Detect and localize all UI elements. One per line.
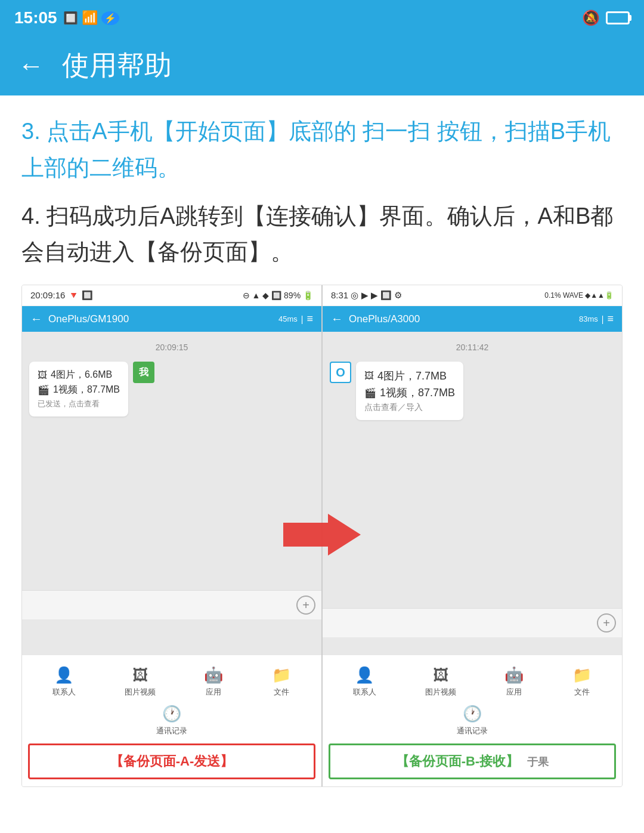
history-icon: 🕐 bbox=[162, 705, 181, 723]
phone-b-status-bar: 8:31 ◎ ▶ ▶ 🔲 ⚙ 0.1% WAVE ◆▲▲🔋 bbox=[323, 285, 622, 306]
phone-a-separator: | bbox=[301, 314, 304, 324]
phone-a-title: OnePlus/GM1900 bbox=[48, 313, 129, 325]
history-label: 通讯记录 bbox=[156, 726, 187, 736]
phone-b-action-row-2: 🕐 通讯记录 bbox=[323, 701, 622, 740]
phone-a-plus-button[interactable]: + bbox=[296, 596, 315, 615]
phone-a-ms: 45ms bbox=[278, 314, 298, 323]
phone-a-file1: 🖼 4图片，6.6MB bbox=[38, 369, 120, 381]
phone-a-time: 20:09:16 🔻 🔲 bbox=[30, 290, 93, 301]
phone-a-nav-right: 45ms | ≡ bbox=[278, 313, 313, 325]
phone-a-file2-label: 1视频，87.7MB bbox=[53, 384, 120, 396]
phone-b-receive-row: O 🖼 4图片，7.7MB 🎬 1视频，87.7MB 点击查看／导入 bbox=[330, 362, 615, 420]
phone-a-spacer bbox=[22, 619, 321, 655]
phone-a-file2: 🎬 1视频，87.7MB bbox=[38, 384, 120, 396]
phone-b-input-area: + bbox=[323, 608, 622, 637]
step3-highlight: 3. 点击A手机【开始页面】底部的 扫一扫 按钮，扫描B手机上部的二维码。 bbox=[21, 119, 611, 180]
phone-b-status-icons: 0.1% WAVE ◆▲▲🔋 bbox=[544, 291, 614, 300]
phone-b-history[interactable]: 🕐 通讯记录 bbox=[457, 705, 488, 736]
phone-a-message: 🖼 4图片，6.6MB 🎬 1视频，87.7MB 已发送，点击查看 我 bbox=[29, 362, 314, 416]
photos-icon: 🖼 bbox=[132, 666, 148, 684]
phone-a-menu-icon: ≡ bbox=[306, 313, 313, 325]
phone-b-history-icon: 🕐 bbox=[463, 705, 482, 723]
apps-icon: 🤖 bbox=[204, 666, 223, 684]
phone-a-photos[interactable]: 🖼 图片视频 bbox=[125, 666, 156, 698]
wifi-icon: 📶 bbox=[82, 10, 98, 26]
status-left: 15:05 🔲 📶 ⚡ bbox=[14, 8, 119, 27]
phone-a-file1-label: 4图片，6.6MB bbox=[51, 369, 112, 381]
phone-b-separator: | bbox=[602, 314, 604, 324]
phone-a-timestamp: 20:09:15 bbox=[29, 343, 314, 352]
instruction-step4: 4. 扫码成功后A跳转到【连接确认】界面。确认后，A和B都会自动进入【备份页面】… bbox=[21, 198, 623, 271]
status-icons: 🔲 📶 ⚡ bbox=[63, 10, 119, 26]
phone-b-screen: 8:31 ◎ ▶ ▶ 🔲 ⚙ 0.1% WAVE ◆▲▲🔋 ← OnePlus/… bbox=[323, 285, 622, 786]
video-icon: 🎬 bbox=[38, 384, 49, 396]
phone-b-image-icon: 🖼 bbox=[364, 371, 374, 381]
phone-b-nav-right: 83ms | ≡ bbox=[579, 313, 614, 325]
phone-b-file1-label: 4图片，7.7MB bbox=[377, 369, 447, 383]
phone-a-nav-bar: ← OnePlus/GM1900 45ms | ≡ bbox=[22, 306, 321, 332]
phone-b-apps-icon: 🤖 bbox=[504, 666, 524, 684]
phone-a-back-icon: ← bbox=[30, 312, 42, 326]
phone-b-ms: 83ms bbox=[579, 314, 598, 323]
files-icon: 📁 bbox=[272, 666, 291, 684]
instruction-step3: 3. 点击A手机【开始页面】底部的 扫一扫 按钮，扫描B手机上部的二维码。 bbox=[21, 113, 623, 186]
phone-b-files-icon: 📁 bbox=[572, 666, 592, 684]
phone-b-title: OnePlus/A3000 bbox=[349, 313, 420, 325]
phone-b-chat-area: 20:11:42 O 🖼 4图片，7.7MB 🎬 1视频，87.7MB 点击 bbox=[323, 332, 622, 608]
image-icon: 🖼 bbox=[38, 370, 47, 381]
bell-slash-icon: 🔕 bbox=[582, 10, 600, 26]
phone-a-bottom-label: 【备份页面-A-发送】 bbox=[28, 743, 315, 779]
phone-b-photos-label: 图片视频 bbox=[425, 687, 456, 698]
phone-b-contacts-icon: 👤 bbox=[355, 666, 374, 684]
phone-b-back-icon: ← bbox=[331, 312, 343, 326]
phone-b-apps-label: 应用 bbox=[506, 687, 522, 698]
phone-a-contacts[interactable]: 👤 联系人 bbox=[52, 666, 76, 698]
phone-a-status-bar: 20:09:16 🔻 🔲 ⊖ ▲ ◆ 🔲 89% 🔋 bbox=[22, 285, 321, 306]
apps-label: 应用 bbox=[206, 687, 221, 698]
phone-b-files[interactable]: 📁 文件 bbox=[572, 666, 592, 698]
phone-b-nav-left: ← OnePlus/A3000 bbox=[331, 312, 420, 326]
time-display: 15:05 bbox=[14, 8, 57, 27]
phone-a-nav-left: ← OnePlus/GM1900 bbox=[30, 312, 129, 326]
contacts-label: 联系人 bbox=[52, 687, 76, 698]
bolt-icon: ⚡ bbox=[101, 11, 119, 25]
content-area: 3. 点击A手机【开始页面】底部的 扫一扫 按钮，扫描B手机上部的二维码。 4.… bbox=[0, 95, 644, 833]
back-button[interactable]: ← bbox=[18, 51, 44, 81]
phone-b-time: 8:31 ◎ ▶ ▶ 🔲 ⚙ bbox=[331, 290, 402, 301]
phone-a-file-content: 🖼 4图片，6.6MB 🎬 1视频，87.7MB 已发送，点击查看 bbox=[38, 369, 120, 409]
files-label: 文件 bbox=[274, 687, 289, 698]
phone-a-screen: 20:09:16 🔻 🔲 ⊖ ▲ ◆ 🔲 89% 🔋 ← OnePlus/GM1… bbox=[22, 285, 323, 786]
phone-b-bottom-actions: 👤 联系人 🖼 图片视频 🤖 应用 📁 文件 bbox=[323, 655, 622, 786]
phone-b-video-icon: 🎬 bbox=[364, 387, 376, 399]
contacts-icon: 👤 bbox=[54, 666, 73, 684]
phone-b-photos[interactable]: 🖼 图片视频 bbox=[425, 666, 456, 698]
phone-b-dot: O bbox=[330, 362, 351, 383]
phone-a-sent-label: 已发送，点击查看 bbox=[38, 399, 120, 409]
phone-b-action-row-1: 👤 联系人 🖼 图片视频 🤖 应用 📁 文件 bbox=[323, 662, 622, 701]
status-right: 🔕 bbox=[582, 10, 630, 26]
page-title: 使用帮助 bbox=[62, 47, 172, 84]
phone-a-action-row-2: 🕐 通讯记录 bbox=[22, 701, 321, 740]
phone-a-files[interactable]: 📁 文件 bbox=[272, 666, 291, 698]
phone-b-spacer bbox=[323, 637, 622, 655]
battery-icon bbox=[606, 11, 630, 24]
phone-b-plus-button[interactable]: + bbox=[597, 613, 616, 633]
screenshot-comparison: 20:09:16 🔻 🔲 ⊖ ▲ ◆ 🔲 89% 🔋 ← OnePlus/GM1… bbox=[21, 285, 623, 787]
phone-a-chat-area: 20:09:15 🖼 4图片，6.6MB 🎬 1视频，87.7MB bbox=[22, 332, 321, 590]
phone-b-file2-label: 1视频，87.7MB bbox=[380, 385, 455, 400]
phone-b-apps[interactable]: 🤖 应用 bbox=[504, 666, 524, 698]
phone-a-avatar: 我 bbox=[133, 362, 154, 383]
notification-icon: 🔲 bbox=[63, 11, 78, 25]
phone-b-bottom-label: 【备份页面-B-接收】 于果 bbox=[329, 743, 616, 779]
phone-b-contacts[interactable]: 👤 联系人 bbox=[353, 666, 376, 698]
phone-b-contacts-label: 联系人 bbox=[353, 687, 376, 698]
status-bar: 15:05 🔲 📶 ⚡ 🔕 bbox=[0, 0, 644, 36]
photos-label: 图片视频 bbox=[125, 687, 156, 698]
phone-b-nav-bar: ← OnePlus/A3000 83ms | ≡ bbox=[323, 306, 622, 332]
phone-a-input-area: + bbox=[22, 590, 321, 619]
phone-b-import-label[interactable]: 点击查看／导入 bbox=[364, 402, 455, 413]
phone-a-message-bubble: 🖼 4图片，6.6MB 🎬 1视频，87.7MB 已发送，点击查看 bbox=[29, 362, 128, 416]
phone-a-apps[interactable]: 🤖 应用 bbox=[204, 666, 223, 698]
watermark-text: 于果 bbox=[527, 756, 549, 768]
phone-a-history[interactable]: 🕐 通讯记录 bbox=[156, 705, 187, 736]
